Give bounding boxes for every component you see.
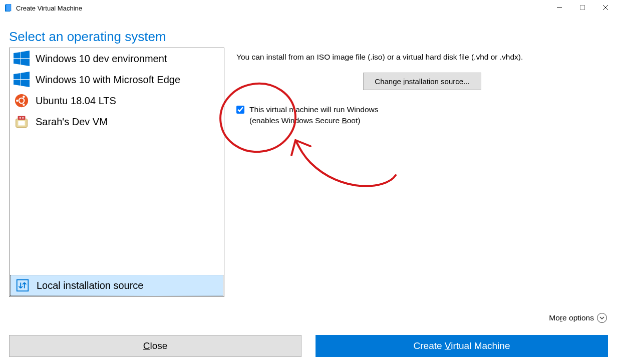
minimize-button[interactable]: [548, 0, 571, 15]
os-item-label: Sarah's Dev VM: [36, 116, 108, 128]
os-list-panel: Windows 10 dev environment Windows 10 wi…: [9, 48, 224, 297]
svg-point-9: [23, 96, 25, 98]
os-item-label: Ubuntu 18.04 LTS: [36, 95, 116, 107]
close-window-button[interactable]: [594, 0, 617, 15]
ubuntu-logo-icon: [13, 92, 31, 110]
local-installation-source-item[interactable]: Local installation source: [10, 275, 223, 296]
install-description: You can install from an ISO image file (…: [236, 53, 608, 62]
right-panel: You can install from an ISO image file (…: [236, 48, 608, 297]
main-content: Select an operating system Windows 10 de…: [9, 25, 608, 324]
os-item-custom-vm[interactable]: Sarah's Dev VM: [10, 111, 224, 132]
columns: Windows 10 dev environment Windows 10 wi…: [9, 48, 608, 297]
secure-boot-row: This virtual machine will run Windows (e…: [236, 104, 608, 127]
svg-point-14: [20, 117, 21, 119]
windows-logo-icon: [13, 71, 31, 89]
close-button[interactable]: Close: [9, 335, 301, 357]
secure-boot-label[interactable]: This virtual machine will run Windows (e…: [249, 104, 379, 127]
app-icon: [4, 4, 12, 12]
svg-rect-3: [580, 6, 585, 10]
local-item-label: Local installation source: [37, 280, 143, 291]
svg-point-8: [16, 100, 18, 102]
os-item-windows-dev[interactable]: Windows 10 dev environment: [10, 48, 224, 69]
windows-logo-icon: [13, 50, 31, 68]
svg-point-10: [23, 104, 25, 106]
os-item-ubuntu[interactable]: Ubuntu 18.04 LTS: [10, 90, 224, 111]
svg-point-15: [22, 117, 24, 119]
os-item-label: Windows 10 dev environment: [36, 53, 167, 65]
os-list: Windows 10 dev environment Windows 10 wi…: [10, 48, 224, 274]
footer-buttons: Close Create Virtual Machine: [9, 335, 608, 357]
more-options-link[interactable]: More options: [549, 313, 607, 323]
os-item-windows-edge[interactable]: Windows 10 with Microsoft Edge: [10, 69, 224, 90]
window-controls: [548, 0, 617, 16]
page-heading: Select an operating system: [9, 29, 608, 45]
window-title: Create Virtual Machine: [16, 5, 548, 12]
chevron-down-icon: [597, 313, 607, 323]
os-item-label: Windows 10 with Microsoft Edge: [36, 74, 180, 86]
secure-boot-checkbox[interactable]: [236, 106, 244, 114]
svg-rect-13: [18, 121, 25, 125]
title-bar: Create Virtual Machine: [0, 0, 617, 16]
secure-boot-line2: (enables Windows Secure Boot): [249, 115, 379, 126]
maximize-button[interactable]: [571, 0, 594, 15]
vm-icon: [13, 113, 31, 131]
svg-rect-12: [18, 116, 26, 120]
secure-boot-line1: This virtual machine will run Windows: [249, 104, 379, 115]
local-source-icon: [14, 276, 32, 294]
change-installation-source-button[interactable]: Change installation source...: [363, 73, 481, 90]
svg-rect-1: [6, 4, 11, 11]
create-vm-button[interactable]: Create Virtual Machine: [316, 335, 608, 357]
svg-rect-16: [17, 280, 29, 291]
